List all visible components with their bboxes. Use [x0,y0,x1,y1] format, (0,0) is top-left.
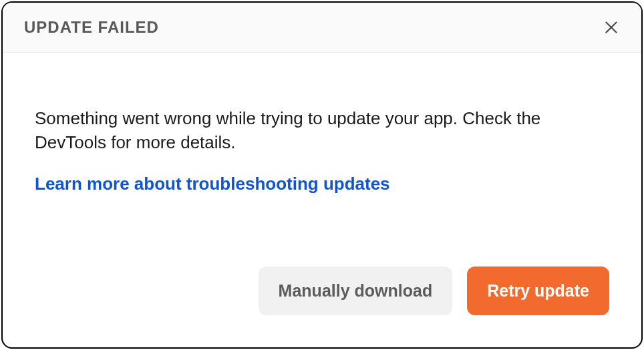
dialog-footer: Manually download Retry update [3,267,641,347]
dialog-title: UPDATE FAILED [24,18,159,37]
retry-update-button[interactable]: Retry update [467,267,609,315]
manually-download-button[interactable]: Manually download [259,267,453,315]
close-button[interactable] [600,16,623,39]
dialog-header: UPDATE FAILED [3,3,641,53]
update-failed-dialog: UPDATE FAILED Something went wrong while… [1,1,643,349]
learn-more-link[interactable]: Learn more about troubleshooting updates [35,174,390,194]
dialog-body: Something went wrong while trying to upd… [3,53,641,267]
close-icon [603,19,620,36]
error-message: Something went wrong while trying to upd… [35,106,609,155]
